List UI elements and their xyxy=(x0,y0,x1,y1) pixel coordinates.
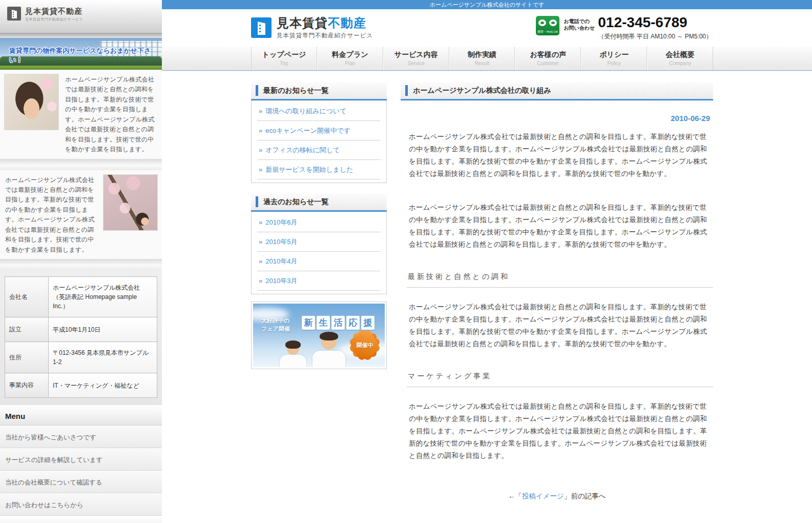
information-heading: Infomation xyxy=(0,516,162,523)
sidebar-logo[interactable]: 見本賃貸不動産 見本賃貸専門不動産紹介サービス xyxy=(0,0,162,33)
nav-item-service[interactable]: サービス内容Service xyxy=(383,47,449,70)
nav-item-company[interactable]: 会社概要Company xyxy=(647,47,713,70)
arrow-icon: » xyxy=(259,127,262,134)
nav-item-top[interactable]: トップページTop xyxy=(251,47,317,70)
previous-article-link[interactable]: 投稿イメージ xyxy=(522,492,564,500)
banner-catch-text: 大好評中の フェア開催 xyxy=(261,317,290,333)
arrow-icon: » xyxy=(259,218,262,226)
list-item: »2010年6月 xyxy=(258,213,380,232)
archive-link-2010-03[interactable]: 2010年3月 xyxy=(265,277,297,285)
profile-block-1: ホームページサンプル株式会社では最新技術と自然との調和を目指します。革新的な技術… xyxy=(0,70,162,159)
sidebar-item-contact[interactable]: お問い合わせはこちらから xyxy=(0,493,162,516)
profile-photo-woman xyxy=(4,74,59,130)
boxed-char: 新 xyxy=(302,316,315,330)
archive-link-2010-04[interactable]: 2010年4月 xyxy=(265,257,297,265)
news-link-office-move[interactable]: オフィスの移転に関して xyxy=(265,146,340,154)
boxed-char: 援 xyxy=(361,316,374,330)
freedial-ring xyxy=(538,19,546,26)
brand-name-part2: 不動産 xyxy=(58,7,82,15)
banner-boxed-title: 新 生 活 応 援 xyxy=(300,316,374,330)
nav-sublabel: Policy xyxy=(581,61,647,66)
article-section-heading-harmony: 最新技術と自然との調和 xyxy=(407,272,713,288)
sidebar-divider xyxy=(0,259,162,270)
arrow-icon: » xyxy=(259,146,262,154)
list-item: »2010年3月 xyxy=(258,271,380,291)
sidebar-logo-title: 見本賃貸不動産 xyxy=(25,7,83,16)
nav-items: トップページTop 料金プランPlan サービス内容Service 制作実績Re… xyxy=(251,47,713,70)
freedial-ring xyxy=(549,19,557,26)
news-link-eco-campaign[interactable]: ecoキャンペーン開催中です xyxy=(265,127,350,134)
company-info-section: 会社名 ホームページサンプル株式会社（英語表記 Homepage sample … xyxy=(0,270,162,405)
table-row: 住所 〒012-3456 見本県見本市サンプル1-2 xyxy=(5,342,157,373)
table-row: 会社名 ホームページサンプル株式会社（英語表記 Homepage sample … xyxy=(5,277,157,317)
left-column: 最新のお知らせ一覧 »環境への取り組みについて »ecoキャンペーン開催中です … xyxy=(251,82,387,501)
header-logo-text: 見本賃貸不動産 見本賃貸専門不動産紹介サービス xyxy=(277,16,373,39)
company-name-label: 会社名 xyxy=(5,277,49,317)
content: 最新のお知らせ一覧 »環境への取り組みについて »ecoキャンペーン開催中です … xyxy=(251,71,713,501)
site-description-bar: ホームページサンプル株式会社のサイトです xyxy=(162,0,812,9)
header-logo[interactable]: 見本賃貸不動産 見本賃貸専門不動産紹介サービス xyxy=(251,16,373,39)
address-label: 住所 xyxy=(5,342,49,373)
profile-text-2: ホームページサンプル株式会社では最新技術と自然との調和を目指します。革新的な技術… xyxy=(4,174,98,255)
nav-label: お客様の声 xyxy=(515,50,580,59)
main-navigation: トップページTop 料金プランPlan サービス内容Service 制作実績Re… xyxy=(162,47,812,71)
building-icon xyxy=(251,17,272,38)
phone-catch: お電話での お問い合わせ xyxy=(564,18,595,31)
news-link-new-service[interactable]: 新規サービスを開始しました xyxy=(265,166,353,173)
sidebar-logo-tagline: 見本賃貸専門不動産紹介サービス xyxy=(25,17,83,22)
nav-item-result[interactable]: 制作実績Result xyxy=(449,47,515,70)
nav-item-plan[interactable]: 料金プランPlan xyxy=(317,47,383,70)
nav-sublabel: Result xyxy=(450,61,515,66)
news-box-title: 最新のお知らせ一覧 xyxy=(251,82,387,100)
building-icon xyxy=(7,7,21,21)
list-item: »ecoキャンペーン開催中です xyxy=(258,121,380,140)
list-item: »2010年5月 xyxy=(258,232,380,252)
article-section-heading-marketing: マーケティング事業 xyxy=(407,372,713,387)
article-paragraph: ホームページサンプル株式会社では最新技術と自然との調和を目指します。革新的な技術… xyxy=(409,301,710,350)
person-body xyxy=(280,355,306,367)
nav-sublabel: Service xyxy=(384,61,449,66)
arrow-icon: » xyxy=(259,107,262,115)
archive-link-2010-05[interactable]: 2010年5月 xyxy=(265,238,297,246)
sidebar-item-service-detail[interactable]: サービスの詳細を解説しています xyxy=(0,448,162,471)
nav-sublabel: Top xyxy=(252,61,317,66)
badge-label: 開催中 xyxy=(352,332,378,358)
campaign-banner-image: 大好評中の フェア開催 新 生 活 応 援 xyxy=(253,304,385,367)
person-hair xyxy=(320,332,338,340)
hero-catchcopy: 賃貸専門の物件案内サービスならおまかせ下さい！ xyxy=(9,46,162,65)
nav-sublabel: Company xyxy=(648,61,713,66)
sidebar-item-greeting[interactable]: 当社から皆様へごあいさつです xyxy=(0,426,162,448)
nav-item-customer[interactable]: お客様の声Customer xyxy=(515,47,581,70)
header: 見本賃貸不動産 見本賃貸専門不動産紹介サービス 携帯・PHS OK お電話での … xyxy=(162,9,812,47)
sidebar-logo-text: 見本賃貸不動産 見本賃貸専門不動産紹介サービス xyxy=(25,7,83,22)
nav-label: サービス内容 xyxy=(384,50,449,59)
company-info-table: 会社名 ホームページサンプル株式会社（英語表記 Homepage sample … xyxy=(5,276,157,398)
address-value: 〒012-3456 見本県見本市サンプル1-2 xyxy=(49,342,157,373)
company-name-value: ホームページサンプル株式会社（英語表記 Homepage sample Inc.… xyxy=(49,277,157,317)
brand-name-part2: 不動産 xyxy=(328,16,366,30)
nav-item-policy[interactable]: ポリシーPolicy xyxy=(581,47,647,70)
sidebar-divider xyxy=(0,33,162,38)
boxed-char: 生 xyxy=(317,316,330,330)
phone-catch-line2: お問い合わせ xyxy=(564,25,595,31)
article-pager: ←「投稿イメージ」前の記事へ xyxy=(401,492,713,501)
founded-value: 平成10年1月10日 xyxy=(49,317,157,342)
business-value: IT・マーケティング・福祉など xyxy=(49,373,157,398)
phone-hours: （受付時間帯 平日 AM10:00 ～ PM5:00） xyxy=(598,32,712,41)
phone-catch-line1: お電話での xyxy=(564,18,595,25)
table-row: 事業内容 IT・マーケティング・福祉など xyxy=(5,373,157,398)
nav-label: 制作実績 xyxy=(450,50,515,59)
archive-link-2010-06[interactable]: 2010年6月 xyxy=(265,218,297,226)
article-column: ホームページサンプル株式会社の取り組み 2010-06-29 ホームページサンプ… xyxy=(401,82,713,501)
sidebar-item-company-overview[interactable]: 当社の会社概要について確認する xyxy=(0,471,162,493)
banner-catch-line1: 大好評中の xyxy=(261,317,290,325)
nav-sublabel: Customer xyxy=(515,61,580,66)
site-title: 見本賃貸不動産 xyxy=(277,16,373,30)
campaign-banner[interactable]: 大好評中の フェア開催 新 生 活 応 援 xyxy=(251,301,387,369)
sidebar-hero-image: 賃貸専門の物件案内サービスならおまかせ下さい！ xyxy=(0,38,162,70)
hero-grass xyxy=(0,66,162,70)
news-link-environment[interactable]: 環境への取り組みについて xyxy=(265,107,346,115)
archive-box-title: 過去のお知らせ一覧 xyxy=(251,193,387,212)
campaign-badge: 開催中 xyxy=(352,332,378,358)
boxed-char: 活 xyxy=(331,316,345,330)
